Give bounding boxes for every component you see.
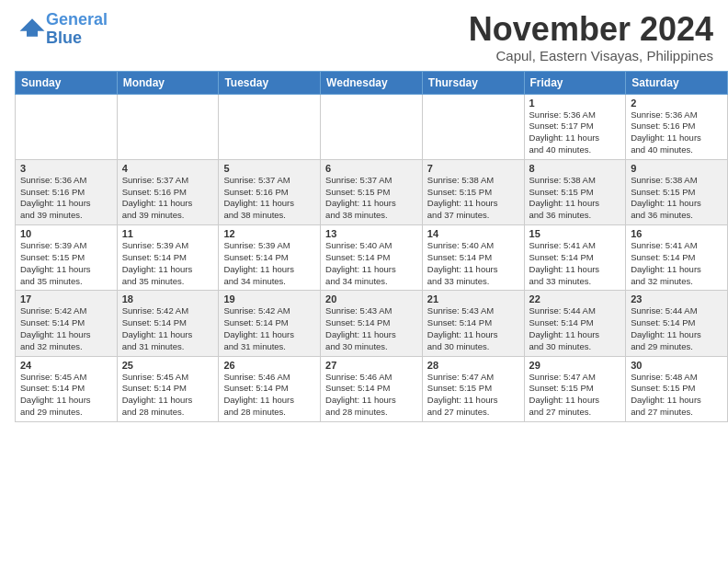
day-cell-12: 12Sunrise: 5:39 AM Sunset: 5:14 PM Dayli… bbox=[219, 225, 321, 291]
day-cell-21: 21Sunrise: 5:43 AM Sunset: 5:14 PM Dayli… bbox=[422, 291, 524, 356]
cell-content: Sunrise: 5:43 AM Sunset: 5:14 PM Dayligh… bbox=[427, 305, 519, 352]
day-number: 18 bbox=[122, 293, 214, 304]
week-row-0: 1Sunrise: 5:36 AM Sunset: 5:17 PM Daylig… bbox=[16, 94, 728, 159]
logo-line2: Blue bbox=[46, 29, 82, 47]
day-cell-9: 9Sunrise: 5:38 AM Sunset: 5:15 PM Daylig… bbox=[626, 159, 728, 224]
week-row-3: 17Sunrise: 5:42 AM Sunset: 5:14 PM Dayli… bbox=[16, 291, 728, 356]
cell-content: Sunrise: 5:48 AM Sunset: 5:15 PM Dayligh… bbox=[631, 372, 722, 419]
day-cell-22: 22Sunrise: 5:44 AM Sunset: 5:14 PM Dayli… bbox=[524, 291, 626, 356]
calendar-table: SundayMondayTuesdayWednesdayThursdayFrid… bbox=[15, 71, 728, 422]
day-number: 17 bbox=[20, 293, 112, 304]
cell-content: Sunrise: 5:37 AM Sunset: 5:15 PM Dayligh… bbox=[325, 175, 417, 222]
day-cell-19: 19Sunrise: 5:42 AM Sunset: 5:14 PM Dayli… bbox=[219, 291, 321, 356]
day-number: 16 bbox=[631, 228, 722, 239]
day-cell-1: 1Sunrise: 5:36 AM Sunset: 5:17 PM Daylig… bbox=[524, 94, 626, 159]
day-number: 9 bbox=[631, 163, 722, 174]
day-cell-13: 13Sunrise: 5:40 AM Sunset: 5:14 PM Dayli… bbox=[321, 225, 423, 291]
weekday-header-row: SundayMondayTuesdayWednesdayThursdayFrid… bbox=[16, 71, 728, 94]
day-cell-2: 2Sunrise: 5:36 AM Sunset: 5:16 PM Daylig… bbox=[626, 94, 728, 159]
cell-content: Sunrise: 5:41 AM Sunset: 5:14 PM Dayligh… bbox=[631, 240, 722, 287]
day-cell-29: 29Sunrise: 5:47 AM Sunset: 5:15 PM Dayli… bbox=[524, 356, 626, 421]
day-cell-5: 5Sunrise: 5:37 AM Sunset: 5:16 PM Daylig… bbox=[219, 159, 321, 224]
cell-content: Sunrise: 5:42 AM Sunset: 5:14 PM Dayligh… bbox=[122, 305, 214, 352]
calendar-body: 1Sunrise: 5:36 AM Sunset: 5:17 PM Daylig… bbox=[16, 94, 728, 421]
cell-content: Sunrise: 5:42 AM Sunset: 5:14 PM Dayligh… bbox=[20, 305, 112, 352]
cell-content: Sunrise: 5:37 AM Sunset: 5:16 PM Dayligh… bbox=[122, 175, 214, 222]
cell-content: Sunrise: 5:40 AM Sunset: 5:14 PM Dayligh… bbox=[427, 240, 519, 287]
day-cell-16: 16Sunrise: 5:41 AM Sunset: 5:14 PM Dayli… bbox=[626, 225, 728, 291]
day-number: 30 bbox=[631, 360, 722, 371]
page-header: General Blue November 2024 Capul, Easter… bbox=[0, 0, 728, 71]
week-row-1: 3Sunrise: 5:36 AM Sunset: 5:16 PM Daylig… bbox=[16, 159, 728, 224]
cell-content: Sunrise: 5:39 AM Sunset: 5:15 PM Dayligh… bbox=[20, 240, 112, 287]
day-number: 29 bbox=[529, 360, 621, 371]
day-number: 21 bbox=[427, 293, 519, 304]
day-number: 5 bbox=[223, 163, 315, 174]
calendar-title: November 2024 bbox=[469, 11, 713, 48]
cell-content: Sunrise: 5:44 AM Sunset: 5:14 PM Dayligh… bbox=[631, 305, 722, 352]
day-number: 1 bbox=[529, 98, 621, 109]
day-number: 24 bbox=[20, 360, 112, 371]
day-number: 11 bbox=[122, 228, 214, 239]
cell-content: Sunrise: 5:38 AM Sunset: 5:15 PM Dayligh… bbox=[529, 175, 621, 222]
week-row-4: 24Sunrise: 5:45 AM Sunset: 5:14 PM Dayli… bbox=[16, 356, 728, 421]
cell-content: Sunrise: 5:38 AM Sunset: 5:15 PM Dayligh… bbox=[631, 175, 722, 222]
cell-content: Sunrise: 5:45 AM Sunset: 5:14 PM Dayligh… bbox=[122, 372, 214, 419]
calendar-header: SundayMondayTuesdayWednesdayThursdayFrid… bbox=[16, 71, 728, 94]
calendar-wrapper: SundayMondayTuesdayWednesdayThursdayFrid… bbox=[0, 71, 728, 430]
day-cell-empty bbox=[422, 94, 524, 159]
day-cell-26: 26Sunrise: 5:46 AM Sunset: 5:14 PM Dayli… bbox=[219, 356, 321, 421]
day-number: 19 bbox=[223, 293, 315, 304]
day-cell-20: 20Sunrise: 5:43 AM Sunset: 5:14 PM Dayli… bbox=[321, 291, 423, 356]
day-cell-15: 15Sunrise: 5:41 AM Sunset: 5:14 PM Dayli… bbox=[524, 225, 626, 291]
day-cell-empty bbox=[321, 94, 423, 159]
day-number: 14 bbox=[427, 228, 519, 239]
day-cell-3: 3Sunrise: 5:36 AM Sunset: 5:16 PM Daylig… bbox=[16, 159, 118, 224]
weekday-header-sunday: Sunday bbox=[16, 71, 118, 94]
day-cell-4: 4Sunrise: 5:37 AM Sunset: 5:16 PM Daylig… bbox=[117, 159, 219, 224]
svg-marker-0 bbox=[20, 18, 45, 37]
day-cell-empty bbox=[117, 94, 219, 159]
cell-content: Sunrise: 5:47 AM Sunset: 5:15 PM Dayligh… bbox=[427, 372, 519, 419]
logo-text: General Blue bbox=[46, 11, 108, 48]
calendar-subtitle: Capul, Eastern Visayas, Philippines bbox=[469, 48, 713, 63]
day-number: 25 bbox=[122, 360, 214, 371]
day-cell-28: 28Sunrise: 5:47 AM Sunset: 5:15 PM Dayli… bbox=[422, 356, 524, 421]
day-cell-8: 8Sunrise: 5:38 AM Sunset: 5:15 PM Daylig… bbox=[524, 159, 626, 224]
day-cell-27: 27Sunrise: 5:46 AM Sunset: 5:14 PM Dayli… bbox=[321, 356, 423, 421]
day-cell-10: 10Sunrise: 5:39 AM Sunset: 5:15 PM Dayli… bbox=[16, 225, 118, 291]
cell-content: Sunrise: 5:39 AM Sunset: 5:14 PM Dayligh… bbox=[223, 240, 315, 287]
cell-content: Sunrise: 5:46 AM Sunset: 5:14 PM Dayligh… bbox=[223, 372, 315, 419]
day-number: 2 bbox=[631, 98, 722, 109]
day-cell-11: 11Sunrise: 5:39 AM Sunset: 5:14 PM Dayli… bbox=[117, 225, 219, 291]
day-cell-empty bbox=[16, 94, 118, 159]
cell-content: Sunrise: 5:40 AM Sunset: 5:14 PM Dayligh… bbox=[325, 240, 417, 287]
logo-line1: General bbox=[46, 10, 108, 29]
cell-content: Sunrise: 5:36 AM Sunset: 5:16 PM Dayligh… bbox=[631, 109, 722, 156]
day-cell-7: 7Sunrise: 5:38 AM Sunset: 5:15 PM Daylig… bbox=[422, 159, 524, 224]
title-block: November 2024 Capul, Eastern Visayas, Ph… bbox=[469, 11, 713, 63]
weekday-header-thursday: Thursday bbox=[422, 71, 524, 94]
cell-content: Sunrise: 5:46 AM Sunset: 5:14 PM Dayligh… bbox=[325, 372, 417, 419]
weekday-header-saturday: Saturday bbox=[626, 71, 728, 94]
cell-content: Sunrise: 5:42 AM Sunset: 5:14 PM Dayligh… bbox=[223, 305, 315, 352]
cell-content: Sunrise: 5:47 AM Sunset: 5:15 PM Dayligh… bbox=[529, 372, 621, 419]
weekday-header-friday: Friday bbox=[524, 71, 626, 94]
day-cell-14: 14Sunrise: 5:40 AM Sunset: 5:14 PM Dayli… bbox=[422, 225, 524, 291]
day-number: 27 bbox=[325, 360, 417, 371]
cell-content: Sunrise: 5:39 AM Sunset: 5:14 PM Dayligh… bbox=[122, 240, 214, 287]
weekday-header-tuesday: Tuesday bbox=[219, 71, 321, 94]
day-number: 6 bbox=[325, 163, 417, 174]
day-number: 13 bbox=[325, 228, 417, 239]
weekday-header-monday: Monday bbox=[117, 71, 219, 94]
day-number: 22 bbox=[529, 293, 621, 304]
cell-content: Sunrise: 5:41 AM Sunset: 5:14 PM Dayligh… bbox=[529, 240, 621, 287]
day-cell-18: 18Sunrise: 5:42 AM Sunset: 5:14 PM Dayli… bbox=[117, 291, 219, 356]
day-cell-30: 30Sunrise: 5:48 AM Sunset: 5:15 PM Dayli… bbox=[626, 356, 728, 421]
cell-content: Sunrise: 5:43 AM Sunset: 5:14 PM Dayligh… bbox=[325, 305, 417, 352]
day-number: 26 bbox=[223, 360, 315, 371]
logo: General Blue bbox=[15, 11, 108, 48]
cell-content: Sunrise: 5:37 AM Sunset: 5:16 PM Dayligh… bbox=[223, 175, 315, 222]
cell-content: Sunrise: 5:36 AM Sunset: 5:16 PM Dayligh… bbox=[20, 175, 112, 222]
weekday-header-wednesday: Wednesday bbox=[321, 71, 423, 94]
